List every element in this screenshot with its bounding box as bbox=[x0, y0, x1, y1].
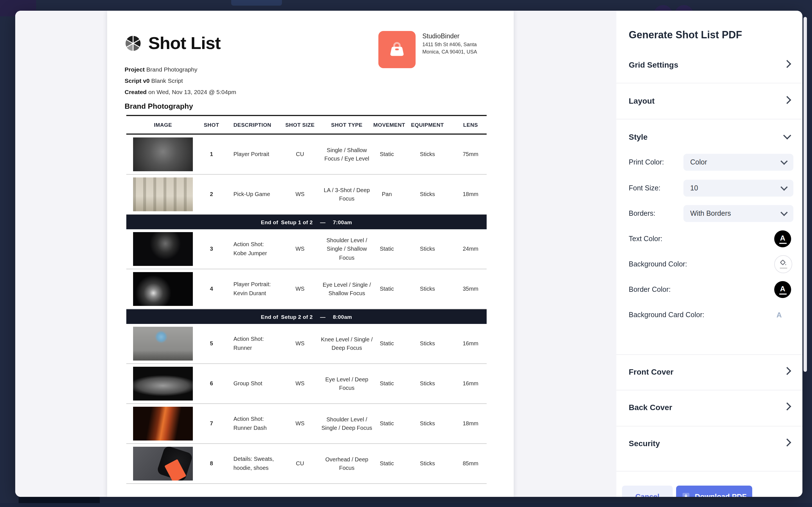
color-underline bbox=[779, 242, 786, 244]
cell-equipment: Sticks bbox=[400, 190, 455, 199]
banner-time: 8:00am bbox=[333, 314, 352, 320]
cell-equipment: Sticks bbox=[400, 459, 455, 468]
cell-equipment: Sticks bbox=[400, 419, 455, 428]
meta-label: Created bbox=[124, 89, 148, 95]
cell-equipment: Sticks bbox=[400, 379, 455, 388]
section-label: Back Cover bbox=[629, 403, 672, 412]
cell-shot-size: WS bbox=[280, 379, 320, 388]
cell-movement: Static bbox=[373, 419, 400, 428]
cell-lens: 35mm bbox=[455, 285, 487, 293]
chevron-right-icon bbox=[783, 439, 791, 446]
cell-shot: 5 bbox=[200, 339, 223, 348]
col-header-shot-type: SHOT TYPE bbox=[320, 116, 373, 133]
cell-description: Player Portrait bbox=[223, 150, 280, 159]
table-row: 8 Details: Sweats, hoodie, shoes CU Over… bbox=[126, 444, 487, 484]
table-row: 1 Player Portrait CU Single / Shallow Fo… bbox=[126, 135, 487, 175]
chevron-right-icon bbox=[783, 96, 791, 104]
chevron-right-icon bbox=[783, 367, 791, 375]
download-pdf-icon: PDF bbox=[682, 492, 690, 497]
table-header-row: IMAGE SHOT DESCRIPTION SHOT SIZE SHOT TY… bbox=[126, 115, 487, 135]
selected-value: With Borders bbox=[690, 210, 731, 217]
meta-value: Blank Script bbox=[151, 77, 183, 84]
meta-label: Script v0 bbox=[124, 77, 151, 84]
color-underline bbox=[779, 293, 786, 294]
banner-separator: — bbox=[320, 219, 325, 225]
cell-description: Player Portrait: Kevin Durant bbox=[223, 280, 280, 298]
banner-prefix: End of bbox=[261, 219, 278, 225]
section-label: Security bbox=[629, 439, 660, 448]
cancel-button[interactable]: Cancel bbox=[622, 486, 673, 497]
cell-lens: 16mm bbox=[455, 379, 487, 388]
cell-shot: 2 bbox=[200, 190, 223, 199]
pdf-page: Shot List Project Brand Photography Scri… bbox=[107, 11, 514, 497]
cell-shot: 4 bbox=[200, 285, 223, 293]
cell-shot-type: Eye Level / Deep Focus bbox=[320, 375, 373, 392]
cell-shot-type: Overhead / Deep Focus bbox=[320, 455, 373, 472]
generate-pdf-modal: Shot List Project Brand Photography Scri… bbox=[15, 11, 802, 497]
cell-lens: 24mm bbox=[455, 245, 487, 253]
player-portrait-photo bbox=[133, 137, 193, 171]
backdrop-toolbar-button bbox=[231, 0, 282, 6]
table-row: 6 Group Shot WS Eye Level / Deep Focus S… bbox=[126, 364, 487, 404]
cell-lens: 16mm bbox=[455, 339, 487, 348]
pdf-section-title: Brand Photography bbox=[124, 102, 492, 110]
cell-description: Details: Sweats, hoodie, shoes bbox=[223, 455, 280, 473]
kobe-jumper-photo bbox=[133, 232, 193, 266]
table-row: 3 Action Shot: Kobe Jumper WS Shoulder L… bbox=[126, 229, 487, 269]
section-label: Front Cover bbox=[629, 367, 673, 376]
letter-a-icon: A bbox=[780, 234, 785, 241]
banner-setup: Setup 1 of 2 bbox=[281, 219, 313, 225]
banner-time: 7:00am bbox=[333, 219, 352, 225]
chevron-down-icon bbox=[780, 209, 788, 216]
cell-shot-size: WS bbox=[280, 245, 320, 253]
background-color-picker[interactable] bbox=[774, 255, 792, 273]
panel-scrollbar[interactable] bbox=[804, 17, 807, 372]
cell-equipment: Sticks bbox=[400, 245, 455, 253]
cell-description: Action Shot: Runner bbox=[223, 335, 280, 353]
cell-shot-type: Shoulder Level / Single / Shallow Focus bbox=[320, 236, 373, 262]
pdf-meta-script: Script v0 Blank Script bbox=[124, 77, 492, 84]
background-card-color-picker[interactable]: A bbox=[776, 311, 782, 319]
divider bbox=[616, 354, 802, 355]
borders-select[interactable]: With Borders bbox=[683, 205, 794, 222]
cell-description: Group Shot bbox=[223, 379, 280, 388]
divider bbox=[616, 83, 802, 83]
nike-details-photo bbox=[133, 447, 193, 481]
pdf-meta-created: Created on Wed, Nov 13, 2024 @ 5:04pm bbox=[124, 89, 492, 95]
company-name: StudioBinder bbox=[422, 33, 477, 40]
cell-lens: 85mm bbox=[455, 459, 487, 468]
font-size-select[interactable]: 10 bbox=[683, 180, 794, 196]
print-color-select[interactable]: Color bbox=[683, 154, 794, 171]
aperture-icon bbox=[124, 35, 142, 52]
shot-list-table: IMAGE SHOT DESCRIPTION SHOT SIZE SHOT TY… bbox=[126, 115, 487, 484]
divider bbox=[616, 426, 802, 427]
company-block: StudioBinder 1411 5th St #406, Santa Mon… bbox=[378, 31, 511, 68]
cell-lens: 75mm bbox=[455, 150, 487, 159]
end-of-setup-banner: End of Setup 2 of 2 — 8:00am bbox=[126, 309, 487, 324]
letter-a-icon: A bbox=[780, 285, 785, 292]
table-row: 7 Action Shot: Runner Dash WS Shoulder L… bbox=[126, 404, 487, 444]
cell-description: Pick-Up Game bbox=[223, 190, 280, 199]
cell-equipment: Sticks bbox=[400, 339, 455, 348]
pdf-meta: Project Brand Photography Script v0 Blan… bbox=[124, 66, 492, 95]
col-header-image: IMAGE bbox=[126, 116, 200, 133]
col-header-movement: MOVEMENT bbox=[373, 116, 400, 133]
company-address-line2: Monica, CA 90401, USA bbox=[422, 48, 477, 56]
cell-shot: 6 bbox=[200, 379, 223, 388]
download-pdf-label: Download PDF bbox=[695, 492, 746, 497]
cell-equipment: Sticks bbox=[400, 150, 455, 159]
chevron-down-icon bbox=[783, 131, 791, 139]
runner-photo bbox=[133, 327, 193, 360]
field-label: Border Color: bbox=[629, 286, 671, 293]
cell-shot-size: CU bbox=[280, 459, 320, 468]
meta-value: on Wed, Nov 13, 2024 @ 5:04pm bbox=[148, 89, 236, 95]
cell-shot-size: WS bbox=[280, 419, 320, 428]
pdf-title: Shot List bbox=[148, 33, 220, 54]
download-pdf-button[interactable]: PDF Download PDF bbox=[676, 486, 752, 497]
divider bbox=[616, 390, 802, 390]
border-color-picker[interactable]: A bbox=[774, 281, 791, 298]
chevron-down-icon bbox=[780, 184, 788, 191]
col-header-equipment: EQUIPMENT bbox=[400, 116, 455, 133]
group-shot-photo bbox=[133, 367, 193, 400]
text-color-picker[interactable]: A bbox=[774, 230, 791, 247]
